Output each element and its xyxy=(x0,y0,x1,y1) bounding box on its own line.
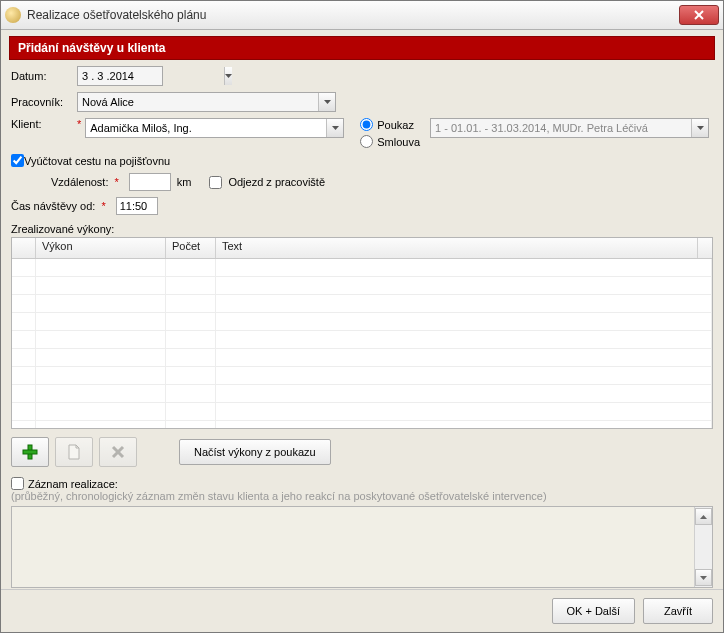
content: Přidání návštěvy u klienta Datum: Pracov… xyxy=(1,30,723,589)
scroll-up-button[interactable] xyxy=(695,508,712,525)
billing-mode-group: Poukaz Smlouva xyxy=(360,118,420,148)
record-textarea[interactable] xyxy=(11,506,713,588)
bill-insurance-label: Vyúčtovat cestu na pojišťovnu xyxy=(24,155,170,167)
scroll-down-button[interactable] xyxy=(695,569,712,586)
label-km: km xyxy=(177,176,192,188)
period-select[interactable] xyxy=(430,118,709,138)
radio-voucher[interactable]: Poukaz xyxy=(360,118,420,131)
app-icon xyxy=(5,7,21,23)
chevron-down-icon xyxy=(326,119,343,137)
chevron-up-icon xyxy=(700,515,707,519)
client-select[interactable] xyxy=(85,118,344,138)
load-from-voucher-button[interactable]: Načíst výkony z poukazu xyxy=(179,439,331,465)
delete-row-button[interactable] xyxy=(99,437,137,467)
distance-input[interactable] xyxy=(129,173,171,191)
notes-block: Záznam realizace: (průběžný, chronologic… xyxy=(11,477,713,588)
scrollbar[interactable] xyxy=(694,507,712,587)
panel-header: Přidání návštěvy u klienta xyxy=(9,36,715,60)
svg-marker-2 xyxy=(225,74,232,78)
row-bill-insurance: Vyúčtovat cestu na pojišťovnu xyxy=(11,154,713,167)
row-visit-time: Čas návštěvy od: * xyxy=(11,197,713,215)
required-marker: * xyxy=(101,200,105,212)
table-body xyxy=(12,259,712,429)
chevron-down-icon xyxy=(224,67,232,85)
worker-input[interactable] xyxy=(78,93,318,111)
table-row[interactable] xyxy=(12,421,712,429)
radio-contract[interactable]: Smlouva xyxy=(360,135,420,148)
table-row[interactable] xyxy=(12,313,712,331)
visit-time-input[interactable] xyxy=(116,197,158,215)
performed-table: Výkon Počet Text xyxy=(11,237,713,429)
chevron-down-icon xyxy=(691,119,708,137)
table-row[interactable] xyxy=(12,259,712,277)
footer: OK + Další Zavřít xyxy=(1,589,723,632)
svg-marker-10 xyxy=(700,515,707,519)
table-header: Výkon Počet Text xyxy=(12,238,712,259)
radio-contract-input[interactable] xyxy=(360,135,373,148)
plus-icon xyxy=(22,444,38,460)
required-marker: * xyxy=(114,176,118,188)
document-icon xyxy=(67,444,81,460)
table-row[interactable] xyxy=(12,295,712,313)
close-button[interactable]: Zavřít xyxy=(643,598,713,624)
label-visit-time: Čas návštěvy od: xyxy=(11,200,95,212)
radio-contract-label: Smlouva xyxy=(377,136,420,148)
add-row-button[interactable] xyxy=(11,437,49,467)
performed-section-label: Zrealizované výkony: xyxy=(11,223,713,235)
row-client: Klient: * Poukaz Smlouva xyxy=(11,118,713,148)
chevron-down-icon xyxy=(318,93,335,111)
row-worker: Pracovník: xyxy=(11,92,713,112)
row-date: Datum: xyxy=(11,66,713,86)
record-checkbox[interactable] xyxy=(11,477,24,490)
col-blank[interactable] xyxy=(12,238,36,258)
radio-voucher-label: Poukaz xyxy=(377,119,414,131)
svg-marker-4 xyxy=(332,126,339,130)
radio-voucher-input[interactable] xyxy=(360,118,373,131)
delete-x-icon xyxy=(111,445,125,459)
record-hint: (průběžný, chronologický záznam změn sta… xyxy=(11,490,713,502)
table-row[interactable] xyxy=(12,331,712,349)
window-title: Realizace ošetřovatelského plánu xyxy=(27,8,679,22)
edit-row-button[interactable] xyxy=(55,437,93,467)
worker-select[interactable] xyxy=(77,92,336,112)
depart-workplace-label: Odjezd z pracoviště xyxy=(228,176,325,188)
col-pocet[interactable]: Počet xyxy=(166,238,216,258)
close-window-button[interactable] xyxy=(679,5,719,25)
date-input[interactable] xyxy=(78,67,224,85)
notes-head: Záznam realizace: xyxy=(11,477,713,490)
chevron-down-icon xyxy=(700,576,707,580)
client-input[interactable] xyxy=(86,119,326,137)
label-worker: Pracovník: xyxy=(11,96,77,108)
table-row[interactable] xyxy=(12,349,712,367)
ok-next-button[interactable]: OK + Další xyxy=(552,598,636,624)
svg-marker-5 xyxy=(697,126,704,130)
period-input[interactable] xyxy=(431,119,691,137)
required-marker: * xyxy=(77,118,81,130)
date-picker[interactable] xyxy=(77,66,163,86)
svg-marker-11 xyxy=(700,576,707,580)
table-row[interactable] xyxy=(12,277,712,295)
col-vykon[interactable]: Výkon xyxy=(36,238,166,258)
depart-workplace-checkbox[interactable] xyxy=(209,176,222,189)
svg-marker-3 xyxy=(324,100,331,104)
svg-rect-7 xyxy=(23,450,37,454)
label-client: Klient: xyxy=(11,118,77,130)
bill-insurance-checkbox[interactable] xyxy=(11,154,24,167)
col-text[interactable]: Text xyxy=(216,238,698,258)
titlebar: Realizace ošetřovatelského plánu xyxy=(1,1,723,30)
record-heading: Záznam realizace: xyxy=(28,478,118,490)
form: Datum: Pracovník: Klient: * xyxy=(9,60,715,590)
label-distance: Vzdálenost: xyxy=(51,176,108,188)
table-row[interactable] xyxy=(12,367,712,385)
window: Realizace ošetřovatelského plánu Přidání… xyxy=(0,0,724,633)
row-distance: Vzdálenost: * km Odjezd z pracoviště xyxy=(51,173,713,191)
table-toolbar: Načíst výkony z poukazu xyxy=(11,437,713,467)
table-row[interactable] xyxy=(12,385,712,403)
col-end xyxy=(698,238,712,258)
table-row[interactable] xyxy=(12,403,712,421)
label-date: Datum: xyxy=(11,70,77,82)
close-icon xyxy=(694,10,704,20)
